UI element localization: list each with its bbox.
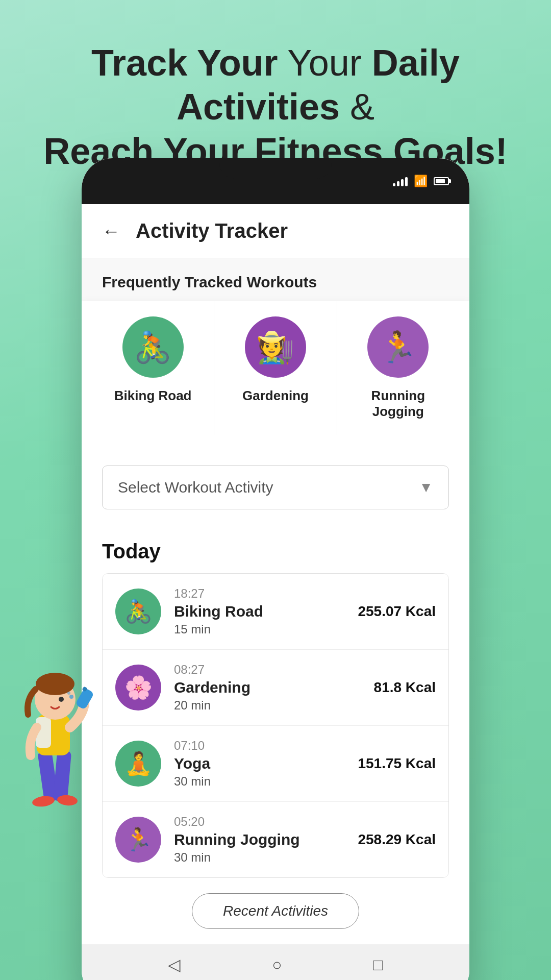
svg-rect-1	[53, 750, 72, 802]
recent-activities-button[interactable]: Recent Activities	[192, 893, 359, 929]
wifi-icon: 📶	[414, 175, 428, 188]
hero-ampersand: &	[350, 86, 374, 127]
activity-name-gardening: Gardening	[174, 679, 374, 696]
today-title: Today	[102, 540, 449, 563]
workout-activity-dropdown[interactable]: Select Workout Activity ▼	[102, 465, 449, 509]
app-header: ← Activity Tracker	[82, 204, 469, 258]
phone-notch	[219, 158, 332, 179]
app-content: ← Activity Tracker Frequently Tracked Wo…	[82, 204, 469, 980]
gardening-label: Gardening	[242, 388, 309, 404]
hero-line1-regular: Your	[287, 42, 371, 83]
activity-duration-running: 30 min	[174, 850, 358, 865]
activity-kcal-biking: 255.07 Kcal	[358, 603, 436, 620]
gardening-icon: 🧑‍🌾	[245, 316, 306, 378]
workout-card-running[interactable]: 🏃 Running Jogging	[337, 301, 459, 435]
running-icon: 🏃	[367, 316, 429, 378]
workout-card-gardening[interactable]: 🧑‍🌾 Gardening	[214, 301, 337, 435]
activity-duration-gardening: 20 min	[174, 698, 374, 713]
frequent-section-label: Frequently Tracked Workouts	[82, 258, 469, 301]
app-title: Activity Tracker	[136, 219, 288, 242]
nav-back-icon[interactable]: ◁	[168, 955, 181, 974]
activity-icon-gardening: 🌸	[115, 665, 161, 710]
workout-card-biking[interactable]: 🚴 Biking Road	[92, 301, 214, 435]
svg-point-12	[67, 692, 70, 695]
character-illustration	[0, 638, 102, 842]
svg-point-8	[59, 697, 64, 702]
activity-icon-running: 🏃	[115, 817, 161, 863]
dropdown-placeholder: Select Workout Activity	[118, 479, 273, 496]
phone-status-bar: 📶	[82, 158, 469, 204]
activity-duration-biking: 15 min	[174, 622, 358, 636]
dropdown-container: Select Workout Activity ▼	[82, 450, 469, 525]
activity-info-running: 05:20 Running Jogging 30 min	[174, 815, 358, 865]
svg-point-11	[69, 695, 73, 699]
activity-icon-biking: 🚴	[115, 589, 161, 634]
biking-label: Biking Road	[114, 388, 192, 404]
activity-info-biking: 18:27 Biking Road 15 min	[174, 586, 358, 636]
battery-icon	[434, 177, 449, 185]
today-section: Today 🚴 18:27 Biking Road 15 min 255.07 …	[82, 525, 469, 878]
activity-time-yoga: 07:10	[174, 739, 358, 753]
activity-item-biking[interactable]: 🚴 18:27 Biking Road 15 min 255.07 Kcal	[103, 574, 448, 650]
back-button[interactable]: ←	[102, 220, 120, 242]
running-label: Running Jogging	[347, 388, 449, 420]
activity-list: 🚴 18:27 Biking Road 15 min 255.07 Kcal 🌸…	[102, 573, 449, 878]
status-icons: 📶	[393, 175, 449, 188]
recent-btn-container: Recent Activities	[82, 878, 469, 944]
activity-time-running: 05:20	[174, 815, 358, 829]
biking-icon: 🚴	[122, 316, 184, 378]
activity-name-biking: Biking Road	[174, 603, 358, 620]
activity-item-gardening[interactable]: 🌸 08:27 Gardening 20 min 81.8 Kcal	[103, 650, 448, 726]
workout-cards-container: 🚴 Biking Road 🧑‍🌾 Gardening 🏃 Running Jo…	[82, 301, 469, 450]
activity-info-gardening: 08:27 Gardening 20 min	[174, 663, 374, 713]
activity-name-running: Running Jogging	[174, 831, 358, 848]
activity-duration-yoga: 30 min	[174, 774, 358, 789]
signal-icon	[393, 176, 408, 186]
hero-line1-bold: Track Your	[91, 42, 278, 83]
activity-name-yoga: Yoga	[174, 755, 358, 772]
bottom-navigation: ◁ ○ □	[82, 944, 469, 980]
activity-time-gardening: 08:27	[174, 663, 374, 677]
nav-home-icon[interactable]: ○	[272, 955, 282, 974]
activity-kcal-gardening: 81.8 Kcal	[374, 679, 436, 696]
activity-time-biking: 18:27	[174, 586, 358, 601]
activity-info-yoga: 07:10 Yoga 30 min	[174, 739, 358, 789]
activity-item-running[interactable]: 🏃 05:20 Running Jogging 30 min 258.29 Kc…	[103, 802, 448, 877]
activity-item-yoga[interactable]: 🧘 07:10 Yoga 30 min 151.75 Kcal	[103, 726, 448, 802]
nav-recents-icon[interactable]: □	[373, 955, 383, 974]
phone-mockup: 📶 ← Activity Tracker Frequently Tracked …	[82, 158, 469, 980]
activity-kcal-running: 258.29 Kcal	[358, 831, 436, 848]
activity-icon-yoga: 🧘	[115, 741, 161, 787]
dropdown-arrow-icon: ▼	[419, 479, 433, 496]
activity-kcal-yoga: 151.75 Kcal	[358, 755, 436, 772]
